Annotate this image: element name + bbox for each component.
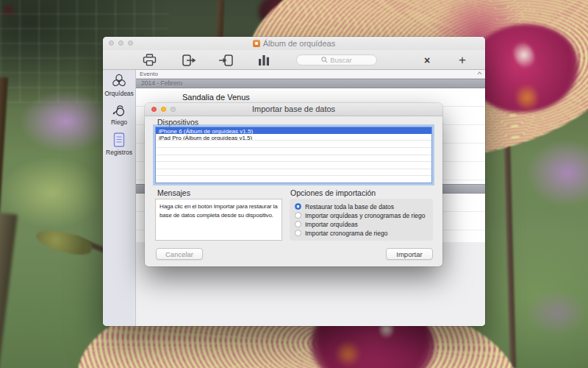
messages-label: Mensajes xyxy=(157,188,190,197)
import-arrow-icon xyxy=(218,54,235,67)
import-options-label: Opciones de importación xyxy=(290,188,376,197)
radio-selected-icon xyxy=(295,203,301,210)
photo-bud xyxy=(34,226,94,258)
close-icon[interactable] xyxy=(151,107,157,112)
radio-option-watering-schedule[interactable]: Importar cronograma de riego xyxy=(295,229,428,237)
toolbar: Buscar × + xyxy=(103,50,485,70)
device-row-empty xyxy=(156,161,431,169)
devices-list: iPhone 6 (Álbum de orquídeas v1.5) iPad … xyxy=(155,127,432,183)
device-row-empty xyxy=(156,147,431,155)
zoom-icon[interactable] xyxy=(171,107,176,112)
import-options-group: Restaurar toda la base de datos Importar… xyxy=(290,199,433,241)
printer-icon xyxy=(142,54,157,66)
zoom-button[interactable] xyxy=(128,40,133,46)
main-titlebar: Álbum de orquídeas xyxy=(103,37,485,50)
messages-box: Haga clic en el botón Importar para rest… xyxy=(155,199,282,241)
sidebar-item-riego[interactable]: Riego xyxy=(103,102,135,126)
device-row-empty xyxy=(156,175,431,183)
device-row-ipad[interactable]: iPad Pro (Álbum de orquídeas v1.5) xyxy=(156,134,431,141)
orchid-icon xyxy=(110,73,128,89)
table-header[interactable]: Evento xyxy=(136,70,485,79)
dialog-titlebar: Importar base de datos xyxy=(145,103,442,116)
delete-button[interactable]: × xyxy=(419,52,435,68)
cancel-button[interactable]: Cancelar xyxy=(156,248,203,260)
radio-option-orchids-schedules[interactable]: Importar orquídeas y cronogramas de rieg… xyxy=(295,211,428,219)
export-arrow-icon xyxy=(180,54,197,67)
sort-caret-icon xyxy=(477,71,482,75)
sidebar-item-label: Registros xyxy=(103,149,135,156)
import-button[interactable] xyxy=(217,52,236,68)
dialog-title: Importar base de datos xyxy=(252,105,335,113)
radio-icon xyxy=(295,230,301,236)
radio-icon xyxy=(295,212,301,219)
sidebar-item-label: Orquídeas xyxy=(103,90,135,97)
watering-can-icon xyxy=(110,102,128,118)
radio-option-restore-all[interactable]: Restaurar toda la base de datos xyxy=(295,202,428,210)
search-icon xyxy=(321,57,328,63)
sidebar: Orquídeas Riego Re xyxy=(103,70,136,326)
statistics-button[interactable] xyxy=(255,52,273,68)
radio-option-orchids[interactable]: Importar orquídeas xyxy=(295,220,428,228)
sidebar-item-orquideas[interactable]: Orquídeas xyxy=(103,73,135,97)
devices-label: Dispositivos xyxy=(157,118,198,127)
device-row-empty xyxy=(156,169,431,176)
print-button[interactable] xyxy=(140,52,159,68)
photo-stalk xyxy=(0,212,18,368)
import-button-confirm[interactable]: Importar xyxy=(386,248,433,260)
sidebar-item-registros[interactable]: Registros xyxy=(103,132,135,156)
sidebar-item-label: Riego xyxy=(103,118,135,126)
device-row-empty xyxy=(156,140,431,147)
records-document-icon xyxy=(112,132,126,148)
table-group-header: 2014 - Febrero xyxy=(136,79,485,88)
device-row-empty xyxy=(156,155,431,162)
minimize-button[interactable] xyxy=(118,40,123,46)
table-header-label: Evento xyxy=(140,71,158,77)
search-input[interactable]: Buscar xyxy=(296,54,377,66)
device-row-iphone[interactable]: iPhone 6 (Álbum de orquídeas v1.5) xyxy=(156,127,431,134)
import-dialog: Importar base de datos Dispositivos iPho… xyxy=(145,103,442,266)
radio-icon xyxy=(295,221,301,227)
dialog-window-controls xyxy=(151,107,176,112)
bar-chart-icon xyxy=(257,54,270,66)
close-button[interactable] xyxy=(109,40,114,46)
export-button[interactable] xyxy=(179,52,198,68)
window-controls xyxy=(109,40,133,46)
minimize-icon[interactable] xyxy=(161,107,166,112)
photo-stem xyxy=(504,144,516,368)
app-icon xyxy=(253,40,260,47)
add-button[interactable]: + xyxy=(454,52,470,68)
search-placeholder: Buscar xyxy=(330,56,352,64)
window-title: Álbum de orquídeas xyxy=(263,39,335,48)
